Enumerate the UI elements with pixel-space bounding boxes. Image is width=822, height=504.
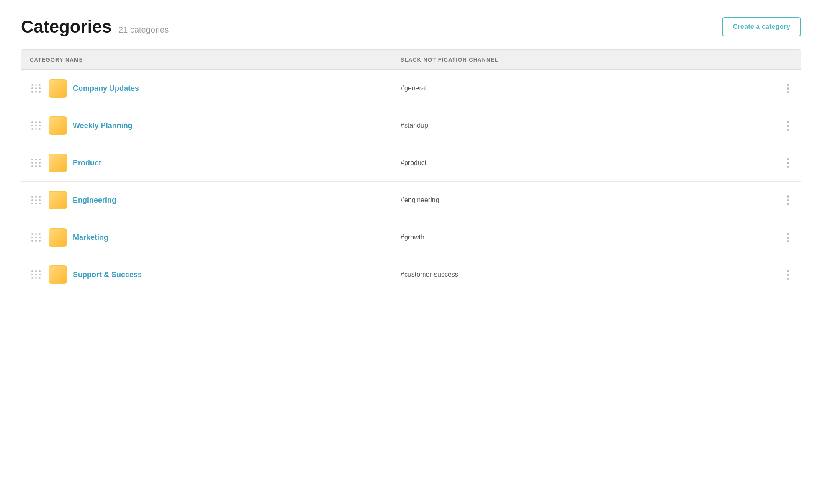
drag-dot: [35, 159, 37, 160]
column-header-slack: SLACK NOTIFICATION CHANNEL: [401, 57, 771, 63]
drag-dot: [31, 91, 33, 93]
slack-channel-4: #engineering: [401, 196, 771, 204]
drag-dot: [31, 84, 33, 86]
drag-handle[interactable]: [30, 231, 43, 243]
category-icon: [49, 228, 67, 247]
more-options-button[interactable]: [783, 80, 792, 97]
drag-dot: [31, 270, 33, 272]
drag-dot: [35, 87, 37, 89]
category-name-4[interactable]: Engineering: [73, 196, 116, 205]
more-dot: [787, 203, 789, 205]
more-options-button[interactable]: [783, 118, 792, 134]
slack-channel-3: #product: [401, 159, 771, 167]
table-body: Company Updates#generalWeekly Planning#s…: [21, 70, 801, 293]
category-name-5[interactable]: Marketing: [73, 233, 108, 242]
drag-handle[interactable]: [30, 120, 43, 131]
category-name-3[interactable]: Product: [73, 159, 101, 167]
page-title: Categories: [21, 17, 112, 37]
drag-dot: [39, 277, 41, 279]
more-dot: [787, 240, 789, 242]
drag-dot: [35, 240, 37, 242]
page-header: Categories 21 categories Create a catego…: [21, 17, 801, 37]
drag-dot: [35, 84, 37, 86]
table-row: Company Updates#general: [21, 70, 801, 107]
table-row: Engineering#engineering: [21, 182, 801, 219]
more-dot: [787, 87, 789, 90]
column-header-name: CATEGORY NAME: [30, 57, 401, 63]
drag-dot: [35, 277, 37, 279]
drag-dot: [31, 128, 33, 130]
more-dot: [787, 125, 789, 127]
header-left: Categories 21 categories: [21, 17, 169, 37]
more-dot: [787, 278, 789, 280]
drag-dot: [39, 274, 41, 275]
category-name-1[interactable]: Company Updates: [73, 84, 139, 93]
more-dot: [787, 195, 789, 198]
category-cell-1: Company Updates: [30, 79, 401, 98]
drag-dot: [39, 270, 41, 272]
drag-dot: [39, 128, 41, 130]
drag-dot: [39, 233, 41, 235]
drag-dot: [31, 165, 33, 167]
category-icon: [49, 191, 67, 209]
table-row: Marketing#growth: [21, 219, 801, 256]
drag-dot: [39, 84, 41, 86]
more-dot: [787, 158, 789, 160]
more-options-button[interactable]: [783, 192, 792, 208]
more-dot: [787, 233, 789, 235]
more-dot: [787, 270, 789, 272]
drag-dot: [35, 274, 37, 275]
drag-dot: [39, 237, 41, 238]
table-row: Product#product: [21, 144, 801, 182]
table-row: Support & Success#customer-success: [21, 256, 801, 293]
category-cell-3: Product: [30, 154, 401, 172]
more-dot: [787, 237, 789, 239]
drag-dot: [31, 277, 33, 279]
drag-dot: [35, 162, 37, 164]
drag-dot: [35, 91, 37, 93]
drag-handle[interactable]: [30, 82, 43, 94]
drag-handle[interactable]: [30, 194, 43, 206]
slack-channel-1: #general: [401, 85, 771, 92]
drag-dot: [35, 233, 37, 235]
drag-dot: [35, 121, 37, 123]
drag-dot: [39, 203, 41, 204]
drag-dot: [39, 165, 41, 167]
category-count: 21 categories: [118, 25, 169, 35]
drag-handle[interactable]: [30, 269, 43, 280]
drag-dot: [31, 240, 33, 242]
categories-table: CATEGORY NAME SLACK NOTIFICATION CHANNEL…: [21, 49, 801, 293]
drag-dot: [39, 196, 41, 198]
category-cell-4: Engineering: [30, 191, 401, 209]
drag-dot: [31, 159, 33, 160]
drag-dot: [39, 240, 41, 242]
drag-handle[interactable]: [30, 157, 43, 169]
drag-dot: [31, 125, 33, 126]
drag-dot: [31, 233, 33, 235]
more-options-button[interactable]: [783, 229, 792, 246]
create-category-button[interactable]: Create a category: [722, 17, 801, 36]
drag-dot: [35, 165, 37, 167]
slack-channel-2: #standup: [401, 122, 771, 129]
drag-dot: [31, 87, 33, 89]
drag-dot: [31, 237, 33, 238]
more-dot: [787, 84, 789, 86]
drag-dot: [39, 162, 41, 164]
drag-dot: [31, 196, 33, 198]
drag-dot: [35, 125, 37, 126]
drag-dot: [35, 196, 37, 198]
more-options-button[interactable]: [783, 155, 792, 171]
drag-dot: [35, 199, 37, 201]
category-icon: [49, 116, 67, 135]
drag-dot: [39, 159, 41, 160]
more-dot: [787, 121, 789, 123]
slack-channel-6: #customer-success: [401, 271, 771, 278]
slack-channel-5: #growth: [401, 234, 771, 241]
category-name-6[interactable]: Support & Success: [73, 270, 142, 279]
drag-dot: [31, 162, 33, 164]
category-name-2[interactable]: Weekly Planning: [73, 121, 133, 130]
category-cell-2: Weekly Planning: [30, 116, 401, 135]
drag-dot: [39, 121, 41, 123]
more-dot: [787, 166, 789, 168]
more-options-button[interactable]: [783, 267, 792, 283]
